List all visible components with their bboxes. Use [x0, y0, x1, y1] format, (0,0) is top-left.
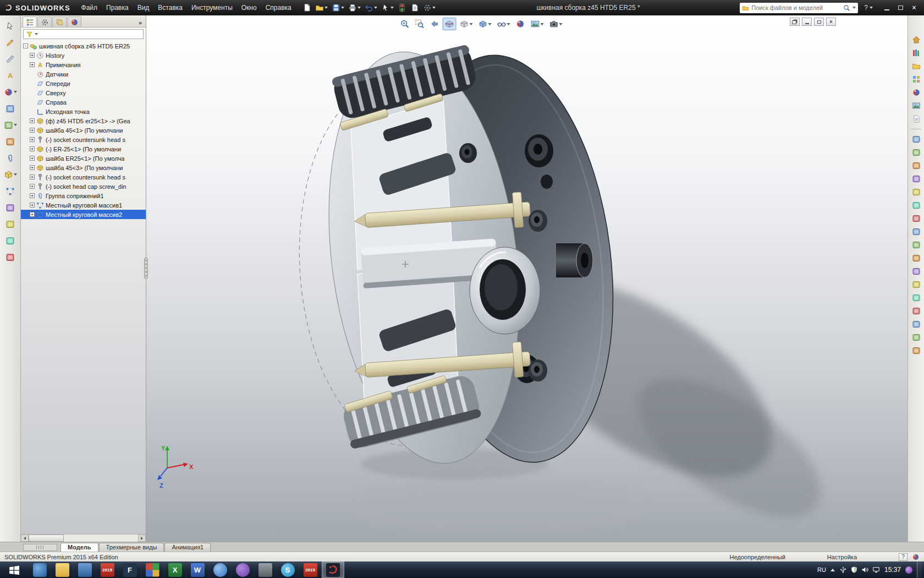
print-button[interactable] [347, 2, 362, 13]
file-properties-button[interactable] [409, 2, 420, 13]
expand-toggle[interactable]: + [30, 146, 35, 151]
status-help-button[interactable]: ? [899, 553, 908, 561]
taskbar-app-media[interactable] [29, 561, 51, 578]
mate-tool[interactable] [3, 152, 18, 164]
mass-properties-tool[interactable] [3, 119, 18, 131]
appearances-button[interactable] [910, 87, 922, 98]
language-indicator[interactable]: RU [817, 566, 826, 573]
options-button[interactable] [422, 2, 437, 13]
expand-toggle[interactable]: + [30, 184, 35, 189]
tree-item[interactable]: Исходная точка [21, 107, 146, 116]
configurationmanager-tab[interactable] [52, 17, 67, 27]
assembly-tool-7[interactable] [910, 213, 922, 224]
view-orientation-button[interactable] [457, 18, 475, 30]
quick-settings[interactable]: Настройка [827, 554, 857, 560]
assembly-tool-8[interactable] [910, 226, 922, 237]
view-palette-button[interactable] [910, 74, 922, 85]
volume-icon[interactable] [861, 566, 869, 574]
assembly-tool-13[interactable] [910, 292, 922, 303]
assembly-tool-1[interactable] [910, 134, 922, 145]
zoom-area-button[interactable] [413, 18, 426, 30]
select-tool[interactable] [3, 20, 18, 32]
assembly-tool-15[interactable] [910, 319, 922, 330]
taskbar-solidworks-2015-red[interactable]: 2015 [299, 561, 322, 578]
taskbar-file-explorer[interactable] [51, 561, 74, 578]
expand-toggle[interactable]: + [30, 128, 35, 133]
assembly-tool-14[interactable] [910, 306, 922, 317]
graphics-area[interactable]: Y X Z × [21, 15, 924, 542]
edit-appearance-button[interactable] [513, 18, 527, 30]
filter-caret-icon[interactable] [35, 33, 38, 35]
menu-1[interactable]: Правка [102, 2, 133, 14]
network-icon[interactable] [872, 566, 880, 574]
expand-toggle[interactable]: + [30, 156, 35, 161]
interference-tool[interactable] [3, 135, 18, 148]
tree-item[interactable]: +шайба ER25<1> (По умолча [21, 154, 146, 163]
sketch-tool[interactable] [3, 36, 18, 48]
tree-item[interactable]: +(ф) z45 HTD5 er25<1> -> (Gea [21, 116, 146, 126]
taskbar-solidworks-2015-installer[interactable]: 2015 [96, 561, 119, 578]
tree-item[interactable]: Справа [21, 97, 146, 107]
scroll-right-button[interactable] [138, 535, 146, 542]
save-button[interactable] [331, 2, 345, 13]
exploded-view-tool[interactable] [3, 201, 18, 214]
close-button[interactable]: × [909, 3, 920, 12]
tree-filter[interactable] [23, 29, 144, 39]
scroll-left-button[interactable] [21, 535, 29, 542]
assembly-tool-17[interactable] [910, 345, 922, 356]
search-box[interactable] [740, 3, 858, 13]
assembly-tool-12[interactable] [910, 279, 922, 290]
tree-item[interactable]: -шкивная сборка z45 HTD5 ER25 [21, 41, 146, 51]
dimension-tool[interactable] [3, 53, 18, 65]
view-settings-button[interactable] [547, 18, 564, 30]
search-icon[interactable] [843, 4, 850, 12]
assembly-tool-4[interactable] [910, 173, 922, 184]
assembly-features-tool[interactable] [3, 218, 18, 230]
start-button[interactable] [0, 561, 29, 578]
assembly-model[interactable]: Y X Z [146, 15, 908, 542]
taskbar-excel[interactable]: X [164, 561, 186, 578]
tree-item[interactable]: +(-) ER-25<1> (По умолчани [21, 144, 146, 154]
close-doc-button[interactable]: × [826, 18, 836, 26]
panel-splitter-grip[interactable] [144, 258, 148, 279]
zoom-fit-button[interactable] [398, 18, 411, 30]
assembly-tool-6[interactable] [910, 200, 922, 211]
restore-button[interactable] [895, 3, 906, 12]
expand-toggle[interactable]: + [30, 175, 35, 179]
tree-item[interactable]: +History [21, 51, 146, 60]
menu-6[interactable]: Справка [261, 2, 296, 14]
menu-2[interactable]: Вид [133, 2, 154, 14]
tree-item[interactable]: +шайба 45<1> (По умолчани [21, 126, 146, 135]
taskbar-skype[interactable]: S [277, 561, 299, 578]
design-library-button[interactable] [910, 47, 922, 58]
search-input[interactable] [751, 4, 841, 11]
action-center-icon[interactable] [905, 566, 912, 574]
taskbar-app-save[interactable] [74, 561, 96, 578]
help-button[interactable]: ? [861, 4, 876, 12]
expand-toggle[interactable]: - [23, 43, 28, 48]
previous-view-button[interactable] [427, 18, 441, 30]
hide-show-items-button[interactable] [494, 18, 512, 30]
displaymanager-tab[interactable] [67, 17, 81, 27]
taskbar-word[interactable]: W [186, 561, 209, 578]
tree-horizontal-scrollbar[interactable] [21, 534, 146, 542]
cascade-doc-button[interactable] [790, 18, 800, 26]
scroll-track[interactable] [64, 535, 138, 542]
solidworks-resources-button[interactable] [910, 34, 922, 45]
custom-properties-button[interactable] [910, 113, 922, 124]
tree-item[interactable]: +шайба 45<3> (По умолчани [21, 163, 146, 172]
tree-item[interactable]: Сверху [21, 88, 146, 97]
restore-doc-button[interactable] [814, 18, 824, 26]
taskbar-app-blue-circle[interactable] [209, 561, 232, 578]
assembly-tool-10[interactable] [910, 253, 922, 264]
menu-5[interactable]: Окно [237, 2, 261, 14]
expand-toggle[interactable]: + [30, 62, 35, 67]
assembly-tool-9[interactable] [910, 239, 922, 250]
expand-toggle[interactable]: + [30, 193, 35, 198]
simulation-tool[interactable] [3, 251, 18, 263]
show-desktop-button[interactable] [917, 561, 922, 578]
taskbar-app-f[interactable]: F [119, 561, 141, 578]
tree-item[interactable]: +Группа сопряжений1 [21, 191, 146, 200]
pattern-tool[interactable] [3, 185, 18, 197]
annotation-tool[interactable]: A [3, 69, 18, 81]
